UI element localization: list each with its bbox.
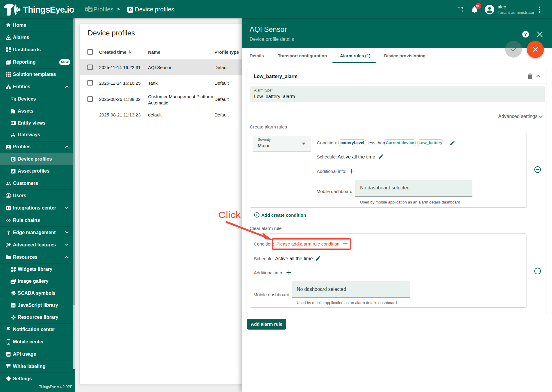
- svg-text:A: A: [12, 169, 15, 173]
- svg-text:D: D: [129, 8, 132, 12]
- svg-text:D: D: [12, 157, 15, 161]
- svg-text:JS: JS: [11, 304, 15, 307]
